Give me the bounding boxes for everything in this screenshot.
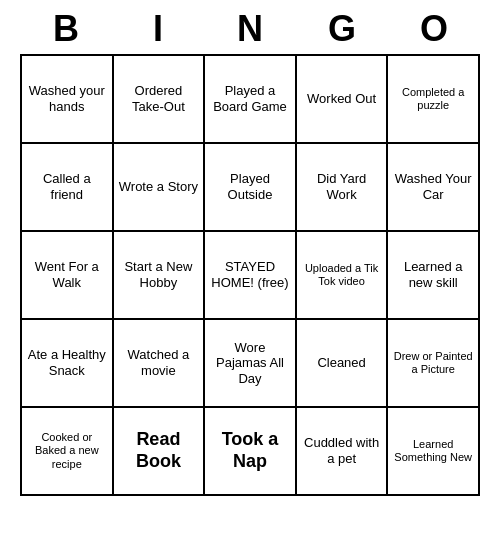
cell-text: Uploaded a Tik Tok video <box>301 262 383 288</box>
bingo-grid: Washed your handsOrdered Take-OutPlayed … <box>20 54 480 496</box>
bingo-cell: Drew or Painted a Picture <box>388 320 480 408</box>
bingo-cell: Read Book <box>114 408 206 496</box>
bingo-letter: G <box>302 8 382 50</box>
cell-text: Drew or Painted a Picture <box>392 350 474 376</box>
cell-text: Cleaned <box>317 355 365 371</box>
bingo-cell: Called a friend <box>22 144 114 232</box>
cell-text: Cooked or Baked a new recipe <box>26 431 108 471</box>
cell-text: Washed Your Car <box>392 171 474 202</box>
bingo-letter: B <box>26 8 106 50</box>
bingo-cell: Washed Your Car <box>388 144 480 232</box>
bingo-cell: Learned Something New <box>388 408 480 496</box>
cell-text: Ordered Take-Out <box>118 83 200 114</box>
bingo-cell: Played Outside <box>205 144 297 232</box>
bingo-cell: Wrote a Story <box>114 144 206 232</box>
bingo-letter: O <box>394 8 474 50</box>
bingo-header: BINGO <box>20 0 480 54</box>
bingo-cell: Ordered Take-Out <box>114 56 206 144</box>
bingo-cell: Cleaned <box>297 320 389 408</box>
cell-text: Went For a Walk <box>26 259 108 290</box>
cell-text: Took a Nap <box>209 429 291 472</box>
cell-text: Ate a Healthy Snack <box>26 347 108 378</box>
bingo-letter: I <box>118 8 198 50</box>
cell-text: STAYED HOME! (free) <box>209 259 291 290</box>
bingo-cell: Completed a puzzle <box>388 56 480 144</box>
cell-text: Played Outside <box>209 171 291 202</box>
cell-text: Worked Out <box>307 91 376 107</box>
cell-text: Cuddled with a pet <box>301 435 383 466</box>
bingo-cell: Took a Nap <box>205 408 297 496</box>
cell-text: Learned Something New <box>392 438 474 464</box>
bingo-letter: N <box>210 8 290 50</box>
bingo-cell: Learned a new skill <box>388 232 480 320</box>
cell-text: Washed your hands <box>26 83 108 114</box>
cell-text: Start a New Hobby <box>118 259 200 290</box>
bingo-cell: Ate a Healthy Snack <box>22 320 114 408</box>
bingo-cell: Washed your hands <box>22 56 114 144</box>
bingo-cell: Uploaded a Tik Tok video <box>297 232 389 320</box>
cell-text: Completed a puzzle <box>392 86 474 112</box>
cell-text: Wore Pajamas All Day <box>209 340 291 387</box>
bingo-cell: Cooked or Baked a new recipe <box>22 408 114 496</box>
bingo-cell: Cuddled with a pet <box>297 408 389 496</box>
cell-text: Watched a movie <box>118 347 200 378</box>
cell-text: Learned a new skill <box>392 259 474 290</box>
bingo-cell: Played a Board Game <box>205 56 297 144</box>
bingo-cell: Worked Out <box>297 56 389 144</box>
cell-text: Did Yard Work <box>301 171 383 202</box>
bingo-cell: Went For a Walk <box>22 232 114 320</box>
bingo-cell: Did Yard Work <box>297 144 389 232</box>
cell-text: Read Book <box>118 429 200 472</box>
cell-text: Called a friend <box>26 171 108 202</box>
bingo-cell: Start a New Hobby <box>114 232 206 320</box>
bingo-cell: Wore Pajamas All Day <box>205 320 297 408</box>
bingo-cell: Watched a movie <box>114 320 206 408</box>
cell-text: Played a Board Game <box>209 83 291 114</box>
bingo-cell: STAYED HOME! (free) <box>205 232 297 320</box>
cell-text: Wrote a Story <box>119 179 198 195</box>
